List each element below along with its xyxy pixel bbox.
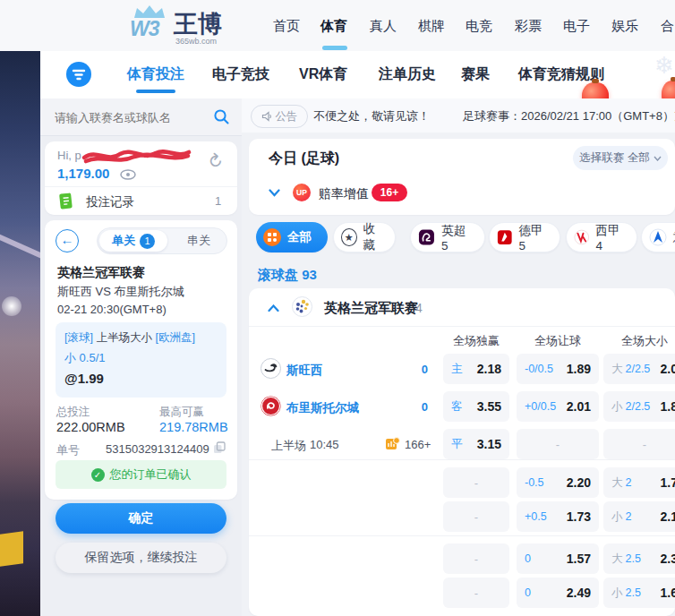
max-win-label: 最高可赢 (159, 405, 204, 420)
odds-cell-over[interactable]: 大21.7 (603, 467, 675, 498)
chip-all[interactable]: 全部 (256, 222, 328, 252)
league-filter-select[interactable]: 选择联赛 全部 (573, 146, 668, 170)
topnav-item-partner[interactable]: 合 (661, 18, 674, 35)
boost-count-badge: 16+ (372, 184, 407, 201)
logo-brand[interactable]: 王博 (174, 8, 222, 40)
column-header-ou: 全场大小 (621, 333, 668, 349)
odds-cell-under[interactable]: 小2.51.6 (603, 578, 675, 608)
odds-cell-over[interactable]: 大2.52.3 (603, 543, 675, 574)
bet-record-link[interactable]: 投注记录 (86, 194, 134, 210)
bundesliga-icon (497, 228, 513, 246)
refresh-icon[interactable]: ↻ (202, 148, 227, 174)
seriea-icon (649, 228, 667, 246)
bet-slip-panel: ← 单关 1 串关 英格兰冠军联赛 斯旺西 VS 布里斯托尔城 02-21 20… (45, 220, 237, 500)
copy-icon[interactable] (213, 441, 226, 454)
chip-seriea[interactable]: 意甲 (641, 222, 675, 252)
max-win-value: 219.78RMB (159, 420, 228, 434)
odds-cell-hcp[interactable]: 01.57 (517, 543, 599, 574)
search-input[interactable] (53, 107, 209, 128)
odds-boost-label[interactable]: 赔率增值 (319, 186, 369, 202)
logo-mark[interactable]: W3 (130, 17, 159, 41)
search-bar (40, 98, 242, 136)
chip-laliga[interactable]: 西甲 4 (566, 222, 637, 252)
chip-bundesliga[interactable]: 德甲 5 (489, 222, 560, 252)
slip-match: 斯旺西 VS 布里斯托尔城 (57, 284, 184, 300)
live-markets-count[interactable]: 滚球盘 93 (258, 267, 317, 284)
odds-cell-empty: - (517, 429, 599, 459)
laliga-icon (574, 228, 590, 246)
odds-cell-hcp-home[interactable]: -0/0.51.89 (517, 354, 599, 384)
subnav-tab-history[interactable]: 注单历史 (379, 65, 436, 84)
topnav-item-slots[interactable]: 电子 (563, 18, 590, 35)
chip-epl[interactable]: 英超 5 (410, 222, 485, 252)
tab-single[interactable]: 单关 1 (99, 230, 167, 252)
slip-league: 英格兰冠军联赛 (57, 265, 145, 281)
back-button[interactable]: ← (56, 229, 79, 252)
match-period: 上半场 (271, 438, 306, 454)
topnav-item-fun[interactable]: 娱乐 (611, 18, 638, 35)
odds-cell-draw[interactable]: 平3.15 (443, 429, 509, 459)
odds-cell-hcp[interactable]: 02.49 (517, 578, 599, 608)
subnav-active-underline (136, 90, 175, 93)
tag-book: [欧洲盘] (155, 331, 194, 344)
odds-cell-win-home[interactable]: 主2.18 (443, 354, 509, 384)
logo-domain: 365wb.com (175, 37, 217, 46)
eye-icon[interactable] (120, 169, 136, 180)
subnav-tab-esports[interactable]: 电子竞技 (212, 65, 269, 84)
odds-cell-hcp[interactable]: +0.51.73 (517, 501, 599, 532)
topnav-item-cards[interactable]: 棋牌 (418, 18, 445, 35)
bet-slip-sidebar: Hi, p 1,179.00 ↻ 投注记录 1 ← 单关 1 (40, 98, 242, 616)
topnav-item-live[interactable]: 真人 (370, 18, 397, 35)
epl-lion-icon (418, 228, 435, 246)
top-navbar: W3 王博 365wb.com 首页 体育 真人 棋牌 电竞 彩票 电子 娱乐 … (0, 0, 675, 52)
keep-selection-button[interactable]: 保留选项，继续投注 (56, 543, 226, 573)
ticket-number: 5315032913124409 (106, 442, 209, 456)
single-count-badge: 1 (140, 234, 155, 249)
search-icon[interactable] (213, 108, 230, 125)
today-title: 今日 (足球) (269, 150, 339, 168)
main-content: 公告 不便之处，敬请见谅！ 足球赛事：2026/02/21 17:00（GMT+… (242, 98, 675, 616)
league-match-count: 4 (415, 301, 423, 315)
filter-icon[interactable] (66, 62, 91, 87)
subnav-tab-sports-betting[interactable]: 体育投注 (127, 65, 184, 84)
odds-cell-over[interactable]: 大2/2.52.0 (603, 354, 675, 384)
topnav-item-home[interactable]: 首页 (273, 18, 300, 35)
page-root: W3 王博 365wb.com 首页 体育 真人 棋牌 电竞 彩票 电子 娱乐 … (0, 0, 675, 616)
more-markets-count[interactable]: 166+ (405, 438, 431, 451)
slip-tabs: 单关 1 串关 (97, 227, 227, 254)
user-greeting: Hi, p (57, 149, 81, 162)
away-team-name[interactable]: 布里斯托尔城 (286, 400, 359, 416)
odds-cell-empty: - (443, 501, 509, 532)
subnav-tab-vr[interactable]: VR体育 (299, 65, 347, 84)
odds-cell-hcp-away[interactable]: +0/0.52.01 (517, 391, 599, 422)
topnav-item-sports[interactable]: 体育 (320, 18, 347, 35)
chip-favorites[interactable]: ★ 收藏 (333, 222, 396, 252)
column-header-win: 全场独赢 (453, 333, 500, 349)
home-team-crest-icon (261, 358, 281, 379)
ticket-label: 单号 (56, 442, 80, 458)
total-stake-value: 222.00RMB (56, 420, 125, 434)
odds-cell-under[interactable]: 小22.1 (603, 501, 675, 532)
league-name[interactable]: 英格兰冠军联赛 (324, 300, 418, 317)
odds-cell-win-away[interactable]: 客3.55 (443, 391, 509, 422)
balance-amount: 1,179.00 (57, 166, 109, 181)
boost-chevron-down-icon[interactable] (269, 189, 280, 197)
collapse-chevron-up-icon[interactable] (268, 304, 279, 312)
announcement-bar: 公告 不便之处，敬请见谅！ 足球赛事：2026/02/21 17:00（GMT+… (242, 98, 675, 133)
subnav-tab-results[interactable]: 赛果 (461, 65, 490, 84)
username-redaction-scribble (81, 145, 192, 167)
grid-icon (263, 228, 281, 246)
total-stake-label: 总投注 (56, 405, 90, 420)
chevron-down-icon (654, 156, 662, 161)
slip-selection: 小 0.5/1 (64, 350, 106, 366)
odds-cell-empty: - (443, 578, 509, 608)
odds-cell-hcp[interactable]: -0.52.20 (517, 467, 599, 498)
bet-record-count: 1 (215, 194, 221, 208)
home-team-name[interactable]: 斯旺西 (286, 363, 323, 379)
odds-cell-under[interactable]: 小2/2.51.8 (603, 391, 675, 422)
topnav-item-lottery[interactable]: 彩票 (515, 18, 542, 35)
league-crest-icon (292, 296, 312, 317)
confirm-button[interactable]: 确定 (56, 503, 226, 534)
tab-parlay[interactable]: 串关 (171, 228, 226, 253)
topnav-item-esports[interactable]: 电竞 (466, 18, 492, 35)
